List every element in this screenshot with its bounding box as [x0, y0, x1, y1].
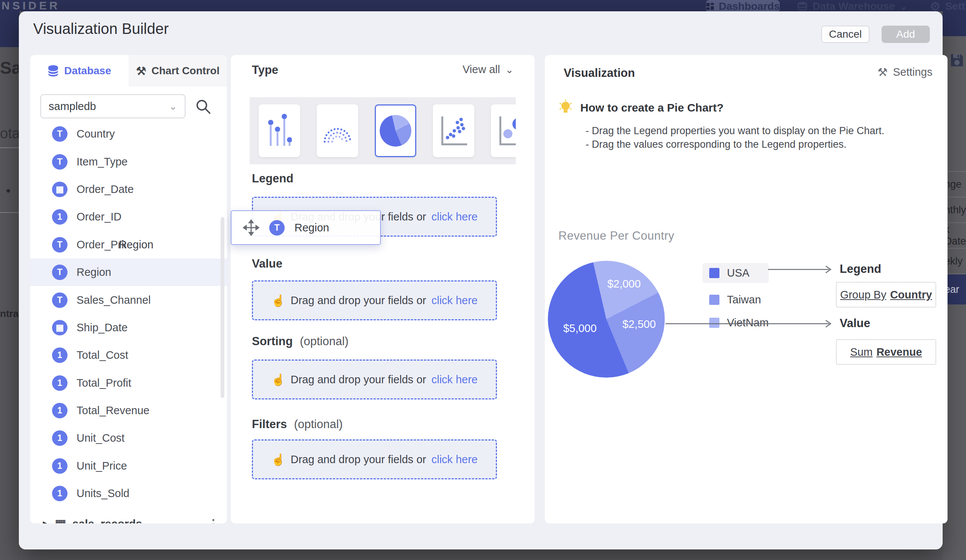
dashboards-icon — [706, 2, 714, 11]
expand-triangle-icon[interactable]: ▶ — [43, 519, 49, 524]
database-panel: Database ⚒ Chart Control sampledb ⌄ T Co… — [30, 55, 227, 524]
lightbulb-icon — [559, 100, 573, 116]
sorting-dropzone[interactable]: ☝ Drag and drop your fields or click her… — [252, 360, 497, 400]
chevron-down-icon: ⌄ — [899, 3, 908, 10]
field-row[interactable]: ▦ Order_Date — [30, 175, 227, 203]
field-row[interactable]: ▦ Ship_Date — [30, 314, 227, 341]
slice-value-label: $2,000 — [608, 278, 641, 290]
dropzone-text: Drag and drop your fields or — [291, 454, 426, 466]
text-field-icon: T — [52, 126, 67, 142]
field-row-selected[interactable]: T Region — [30, 259, 227, 286]
legend-item-taiwan[interactable]: Taiwan — [709, 293, 769, 306]
tab-database[interactable]: Database — [30, 55, 128, 87]
field-label: Units_Sold — [77, 487, 129, 500]
field-row[interactable]: T Sales_Channel — [30, 286, 227, 314]
section-name: Sorting — [252, 335, 293, 348]
date-field-icon: ▦ — [52, 182, 67, 197]
filters-section-heading: Filters (optional) — [252, 418, 343, 431]
field-row[interactable]: T Order_Priority Region — [30, 231, 227, 259]
backdrop-text: ntral — [0, 308, 20, 319]
field-row[interactable]: 1 Units_Sold — [30, 480, 227, 507]
scrollbar-thumb[interactable] — [220, 217, 224, 398]
number-field-icon: 1 — [52, 375, 67, 391]
cancel-button[interactable]: Cancel — [821, 26, 869, 43]
chart-type-strip — [250, 97, 516, 164]
tools-icon: ⚒ — [136, 64, 146, 78]
chart-type-bubble[interactable] — [491, 105, 516, 157]
group-by-field: Country — [890, 289, 932, 301]
optional-suffix: (optional) — [294, 418, 343, 431]
bullet-dot: • — [6, 183, 11, 198]
field-row[interactable]: 1 Total_Revenue — [30, 397, 227, 424]
filters-dropzone[interactable]: ☝ Drag and drop your fields or click her… — [252, 439, 497, 479]
view-all-button[interactable]: View all ⌄ — [463, 63, 514, 76]
nav-settings-label: Setti — [945, 0, 966, 12]
field-label: Unit_Cost — [77, 432, 125, 444]
divider — [0, 212, 20, 213]
group-by-box[interactable]: Group By Country — [836, 282, 936, 308]
text-field-icon: T — [52, 292, 67, 308]
field-label: Total_Revenue — [77, 404, 150, 417]
agg-prefix: Sum — [850, 346, 873, 359]
number-field-icon: 1 — [52, 403, 67, 418]
dropzone-click-here-link[interactable]: click here — [431, 211, 478, 223]
table-name: sale_records — [72, 517, 142, 524]
slice-value-label: $5,000 — [564, 322, 597, 335]
dropzone-click-here-link[interactable]: click here — [431, 294, 478, 307]
tab-chart-control[interactable]: ⚒ Chart Control — [128, 55, 227, 87]
backdrop-text: ota — [0, 126, 20, 142]
chart-type-lollipop[interactable] — [259, 105, 300, 157]
pie-chart-icon — [380, 115, 411, 147]
field-row[interactable]: T Country — [30, 120, 227, 148]
dropzone-click-here-link[interactable]: click here — [431, 454, 478, 466]
view-all-label: View all — [463, 63, 500, 76]
chart-type-arc[interactable] — [317, 105, 358, 157]
backdrop-left: Sal ota • ntral — [0, 47, 20, 560]
value-dropzone[interactable]: ☝ Drag and drop your fields or click her… — [252, 280, 497, 320]
add-button[interactable]: Add — [882, 26, 930, 43]
field-row[interactable]: 1 Order_ID — [30, 203, 227, 231]
tip-title: How to create a Pie Chart? — [580, 102, 724, 114]
field-label: Region — [77, 266, 111, 278]
text-field-icon: T — [52, 154, 67, 170]
divider — [0, 147, 20, 148]
optional-suffix: (optional) — [300, 335, 348, 348]
settings-button[interactable]: ⚒ Settings — [877, 65, 932, 79]
nav-dashboards-button[interactable]: Dashboards — [706, 0, 780, 12]
field-row[interactable]: 1 Total_Profit — [30, 369, 227, 397]
nav-data-warehouse-button[interactable]: Data Warehouse ⌄ — [797, 0, 908, 12]
lollipop-chart-icon — [267, 113, 292, 149]
field-label: Item_Type — [77, 156, 127, 168]
legend-item-usa[interactable]: USA — [702, 263, 769, 283]
value-section-heading: Value — [252, 257, 283, 270]
save-icon — [950, 53, 964, 68]
number-field-icon: 1 — [52, 458, 67, 474]
modal-title: Visualization Builder — [33, 20, 169, 37]
chart-type-pie-selected[interactable] — [375, 105, 416, 157]
chevron-down-icon: ⌄ — [169, 103, 177, 110]
tab-chart-control-label: Chart Control — [151, 65, 219, 77]
section-name: Value — [252, 257, 283, 270]
nav-settings-button[interactable]: ⚙ Setti — [930, 0, 966, 12]
field-row[interactable]: 1 Unit_Cost — [30, 424, 227, 452]
sum-revenue-box[interactable]: Sum Revenue — [836, 339, 936, 365]
field-label: Country — [77, 128, 115, 140]
dragged-field-chip[interactable]: T Region — [231, 210, 381, 245]
table-row-sale-records[interactable]: ▶ ▦ sale_records ⋮ — [30, 512, 227, 524]
field-label: Sales_Channel — [77, 294, 151, 306]
search-icon[interactable] — [196, 99, 211, 115]
dropzone-click-here-link[interactable]: click here — [431, 373, 478, 386]
database-select[interactable]: sampledb ⌄ — [40, 94, 186, 118]
kebab-menu-icon[interactable]: ⋮ — [207, 517, 219, 524]
group-by-prefix: Group By — [840, 289, 886, 301]
visualization-heading: Visualization — [564, 66, 635, 80]
builder-panel-body: Type View all ⌄ — [231, 55, 535, 524]
field-list: T Country T Item_Type ▦ Order_Date 1 Ord… — [30, 120, 227, 507]
chart-type-scatter[interactable] — [433, 105, 474, 157]
field-label: Order_ID — [77, 211, 122, 223]
chevron-down-icon: ⌄ — [505, 66, 514, 74]
field-row[interactable]: 1 Unit_Price — [30, 452, 227, 480]
field-row[interactable]: 1 Total_Cost — [30, 341, 227, 369]
dragged-field-label: Region — [294, 222, 329, 234]
field-row[interactable]: T Item_Type — [30, 148, 227, 175]
